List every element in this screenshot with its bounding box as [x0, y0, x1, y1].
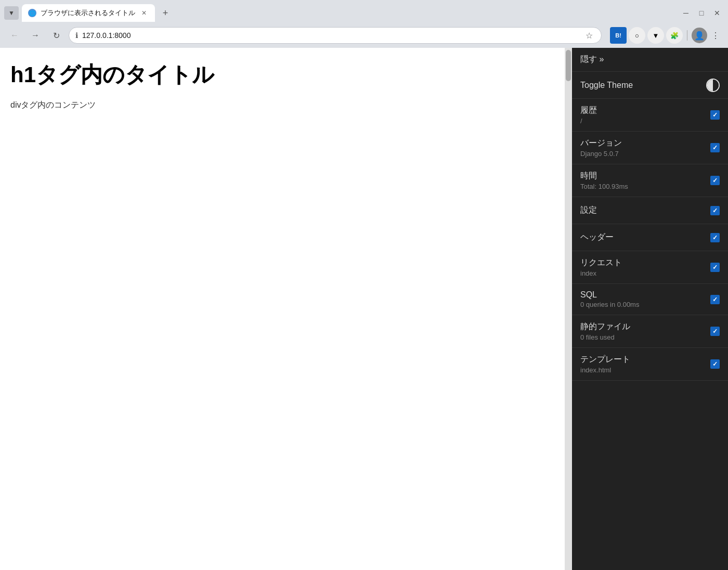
toolbar-separator [687, 30, 687, 41]
debug-item-settings-title: 設定 [580, 205, 597, 216]
debug-item-request-sub: index [580, 269, 622, 277]
debug-item-headers-title: ヘッダー [580, 232, 614, 243]
toggle-theme-item[interactable]: Toggle Theme [572, 72, 728, 99]
hide-toolbar-btn[interactable]: 隠す » [572, 48, 728, 72]
debug-item-templates-checkbox[interactable] [710, 359, 720, 369]
debug-panel: 隠す » Toggle Theme 履歴 / バージョン Django 5.0.… [572, 48, 728, 570]
page-area: h1タグ内のタイトル divタグ内のコンテンツ 隠す » Toggle Them… [0, 48, 728, 570]
address-bar: ← → ↻ ℹ 127.0.0.1:8000 ☆ B! ○ ▼ 🧩 👤 ⋮ [0, 23, 728, 48]
debug-item-history-sub: / [580, 117, 597, 125]
browser-chrome: ▼ 🌐 ブラウザに表示されるタイトル ✕ + ─ □ ✕ ← → ↻ ℹ 127… [0, 0, 728, 48]
debug-item-staticfiles-sub: 0 files used [580, 333, 630, 341]
debug-item-version-checkbox[interactable] [710, 143, 720, 152]
circle-icon[interactable]: ○ [629, 27, 645, 44]
triangle-icon[interactable]: ▼ [647, 27, 664, 44]
debug-item-headers-left: ヘッダー [580, 232, 614, 243]
debug-item-templates[interactable]: テンプレート index.html [572, 348, 728, 381]
tab-close-btn[interactable]: ✕ [139, 8, 149, 18]
debug-item-history[interactable]: 履歴 / [572, 99, 728, 132]
debug-item-time-left: 時間 Total: 100.93ms [580, 171, 628, 190]
debug-item-sql-title: SQL [580, 290, 639, 300]
theme-icon-dark [713, 80, 719, 91]
hide-btn-label: 隠す » [580, 54, 604, 65]
debug-item-time-checkbox[interactable] [710, 176, 720, 185]
debug-item-settings-left: 設定 [580, 205, 597, 216]
debug-item-request-left: リクエスト index [580, 257, 622, 277]
scrollbar-thumb[interactable] [566, 50, 571, 81]
debug-item-history-left: 履歴 / [580, 105, 597, 125]
debug-item-version-sub: Django 5.0.7 [580, 150, 622, 158]
debug-item-version[interactable]: バージョン Django 5.0.7 [572, 132, 728, 164]
tab-title: ブラウザに表示されるタイトル [41, 8, 135, 18]
debug-item-request-checkbox[interactable] [710, 263, 720, 272]
browser-menu-btn[interactable]: ⋮ [709, 29, 722, 43]
maximize-btn[interactable]: □ [695, 6, 708, 20]
debug-item-templates-left: テンプレート index.html [580, 354, 630, 374]
puzzle-icon[interactable]: 🧩 [666, 27, 683, 44]
theme-icon-light [707, 80, 713, 91]
debug-item-history-checkbox[interactable] [710, 110, 720, 120]
page-heading: h1タグ内のタイトル [10, 60, 554, 89]
debug-item-request[interactable]: リクエスト index [572, 251, 728, 284]
page-div-content: divタグ内のコンテンツ [10, 100, 554, 111]
tab-favicon: 🌐 [28, 9, 36, 17]
debug-item-time-title: 時間 [580, 171, 628, 182]
toolbar-icons: B! ○ ▼ 🧩 👤 ⋮ [610, 27, 722, 44]
debug-item-settings-checkbox[interactable] [710, 206, 720, 215]
bookmark-btn[interactable]: ☆ [583, 29, 595, 43]
debug-item-time-sub: Total: 100.93ms [580, 183, 628, 190]
debug-item-history-title: 履歴 [580, 105, 597, 116]
debug-item-version-title: バージョン [580, 138, 622, 149]
bi-extension-icon[interactable]: B! [610, 27, 627, 44]
debug-item-staticfiles-title: 静的ファイル [580, 321, 630, 332]
debug-item-sql-sub: 0 queries in 0.00ms [580, 301, 639, 308]
address-input-wrap[interactable]: ℹ 127.0.0.1:8000 ☆ [69, 27, 602, 44]
debug-item-templates-title: テンプレート [580, 354, 630, 365]
back-btn[interactable]: ← [6, 27, 23, 44]
debug-item-templates-sub: index.html [580, 366, 630, 374]
debug-item-staticfiles-checkbox[interactable] [710, 327, 720, 336]
address-text: 127.0.0.1:8000 [82, 31, 579, 40]
toggle-theme-label: Toggle Theme [580, 81, 633, 90]
window-controls: ─ □ ✕ [679, 6, 724, 20]
debug-item-time[interactable]: 時間 Total: 100.93ms [572, 164, 728, 197]
debug-item-version-left: バージョン Django 5.0.7 [580, 138, 622, 158]
browser-tab[interactable]: 🌐 ブラウザに表示されるタイトル ✕ [22, 4, 155, 22]
forward-btn[interactable]: → [27, 27, 44, 44]
debug-item-sql-checkbox[interactable] [710, 295, 720, 304]
debug-item-request-title: リクエスト [580, 257, 622, 268]
debug-item-sql-left: SQL 0 queries in 0.00ms [580, 290, 639, 308]
debug-item-staticfiles[interactable]: 静的ファイル 0 files used [572, 315, 728, 348]
close-btn[interactable]: ✕ [710, 6, 724, 20]
main-content: h1タグ内のタイトル divタグ内のコンテンツ [0, 48, 565, 570]
debug-item-headers[interactable]: ヘッダー [572, 224, 728, 251]
toggle-theme-icon [706, 79, 720, 92]
tab-dropdown-btn[interactable]: ▼ [4, 6, 19, 20]
info-icon: ℹ [75, 31, 78, 40]
new-tab-btn[interactable]: + [158, 6, 173, 20]
debug-item-staticfiles-left: 静的ファイル 0 files used [580, 321, 630, 341]
browser-scrollbar[interactable] [565, 48, 572, 570]
debug-item-headers-checkbox[interactable] [710, 233, 720, 242]
minimize-btn[interactable]: ─ [679, 6, 693, 20]
title-bar: ▼ 🌐 ブラウザに表示されるタイトル ✕ + ─ □ ✕ [0, 0, 728, 23]
reload-btn[interactable]: ↻ [48, 27, 64, 44]
debug-item-settings[interactable]: 設定 [572, 197, 728, 224]
profile-avatar[interactable]: 👤 [692, 28, 707, 43]
debug-item-sql[interactable]: SQL 0 queries in 0.00ms [572, 284, 728, 315]
